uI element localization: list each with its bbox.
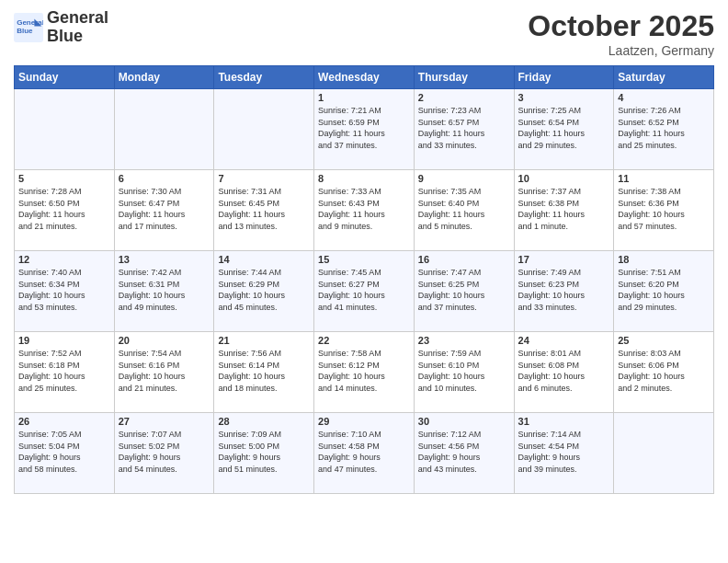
day-info: Sunrise: 7:54 AM Sunset: 6:16 PM Dayligh… [119,348,210,394]
day-info: Sunrise: 7:14 AM Sunset: 4:54 PM Dayligh… [518,429,610,475]
day-number: 30 [418,416,510,427]
day-number: 20 [119,335,210,346]
calendar-table: SundayMondayTuesdayWednesdayThursdayFrid… [14,65,714,494]
day-number: 18 [618,254,710,265]
day-number: 9 [418,173,510,184]
day-info: Sunrise: 7:25 AM Sunset: 6:54 PM Dayligh… [518,105,610,151]
day-cell: 14Sunrise: 7:44 AM Sunset: 6:29 PM Dayli… [214,251,314,332]
day-cell: 9Sunrise: 7:35 AM Sunset: 6:40 PM Daylig… [414,170,514,251]
week-row-2: 5Sunrise: 7:28 AM Sunset: 6:50 PM Daylig… [15,170,714,251]
day-info: Sunrise: 7:45 AM Sunset: 6:27 PM Dayligh… [318,267,410,313]
day-cell: 22Sunrise: 7:58 AM Sunset: 6:12 PM Dayli… [314,332,415,413]
day-header-sunday: Sunday [15,66,115,89]
day-cell: 11Sunrise: 7:38 AM Sunset: 6:36 PM Dayli… [614,170,714,251]
day-number: 27 [119,416,210,427]
day-header-wednesday: Wednesday [314,66,415,89]
week-row-4: 19Sunrise: 7:52 AM Sunset: 6:18 PM Dayli… [15,332,714,413]
day-info: Sunrise: 7:33 AM Sunset: 6:43 PM Dayligh… [318,186,410,232]
day-cell [114,89,214,170]
day-cell [214,89,314,170]
day-cell: 23Sunrise: 7:59 AM Sunset: 6:10 PM Dayli… [414,332,514,413]
logo-icon: General Blue [14,13,43,42]
page-container: General Blue General Blue October 2025 L… [0,0,728,503]
day-info: Sunrise: 7:59 AM Sunset: 6:10 PM Dayligh… [418,348,510,394]
day-number: 5 [18,173,110,184]
svg-text:Blue: Blue [17,27,33,35]
day-number: 15 [318,254,410,265]
day-cell [614,413,714,494]
day-info: Sunrise: 7:49 AM Sunset: 6:23 PM Dayligh… [518,267,610,313]
day-cell: 4Sunrise: 7:26 AM Sunset: 6:52 PM Daylig… [614,89,714,170]
day-number: 24 [518,335,610,346]
day-number: 29 [318,416,410,427]
day-number: 21 [218,335,310,346]
day-cell: 12Sunrise: 7:40 AM Sunset: 6:34 PM Dayli… [15,251,115,332]
day-cell: 31Sunrise: 7:14 AM Sunset: 4:54 PM Dayli… [514,413,614,494]
day-cell: 15Sunrise: 7:45 AM Sunset: 6:27 PM Dayli… [314,251,415,332]
day-cell: 16Sunrise: 7:47 AM Sunset: 6:25 PM Dayli… [414,251,514,332]
day-cell: 24Sunrise: 8:01 AM Sunset: 6:08 PM Dayli… [514,332,614,413]
day-cell: 20Sunrise: 7:54 AM Sunset: 6:16 PM Dayli… [114,332,214,413]
day-cell: 5Sunrise: 7:28 AM Sunset: 6:50 PM Daylig… [15,170,115,251]
logo-text-line1: General [47,9,108,28]
logo-text-line2: Blue [47,28,108,46]
header-row: SundayMondayTuesdayWednesdayThursdayFrid… [15,66,714,89]
day-info: Sunrise: 7:31 AM Sunset: 6:45 PM Dayligh… [218,186,310,232]
day-number: 28 [218,416,310,427]
day-cell: 25Sunrise: 8:03 AM Sunset: 6:06 PM Dayli… [614,332,714,413]
day-info: Sunrise: 7:40 AM Sunset: 6:34 PM Dayligh… [18,267,110,313]
header: General Blue General Blue October 2025 L… [14,9,714,58]
day-info: Sunrise: 7:26 AM Sunset: 6:52 PM Dayligh… [618,105,710,151]
day-info: Sunrise: 7:58 AM Sunset: 6:12 PM Dayligh… [318,348,410,394]
day-cell: 28Sunrise: 7:09 AM Sunset: 5:00 PM Dayli… [214,413,314,494]
day-number: 2 [418,92,510,103]
day-info: Sunrise: 7:12 AM Sunset: 4:56 PM Dayligh… [418,429,510,475]
day-info: Sunrise: 7:47 AM Sunset: 6:25 PM Dayligh… [418,267,510,313]
day-number: 7 [218,173,310,184]
day-number: 10 [518,173,610,184]
day-number: 22 [318,335,410,346]
day-number: 6 [119,173,210,184]
day-info: Sunrise: 7:07 AM Sunset: 5:02 PM Dayligh… [119,429,210,475]
day-info: Sunrise: 8:03 AM Sunset: 6:06 PM Dayligh… [618,348,710,394]
day-info: Sunrise: 7:21 AM Sunset: 6:59 PM Dayligh… [318,105,410,151]
day-info: Sunrise: 7:35 AM Sunset: 6:40 PM Dayligh… [418,186,510,232]
day-info: Sunrise: 7:52 AM Sunset: 6:18 PM Dayligh… [18,348,110,394]
day-info: Sunrise: 7:42 AM Sunset: 6:31 PM Dayligh… [119,267,210,313]
day-number: 8 [318,173,410,184]
day-number: 11 [618,173,710,184]
day-header-tuesday: Tuesday [214,66,314,89]
day-number: 31 [518,416,610,427]
day-header-friday: Friday [514,66,614,89]
location: Laatzen, Germany [528,43,714,58]
day-number: 17 [518,254,610,265]
day-number: 3 [518,92,610,103]
day-info: Sunrise: 7:38 AM Sunset: 6:36 PM Dayligh… [618,186,710,232]
day-header-saturday: Saturday [614,66,714,89]
month-title: October 2025 [528,9,714,43]
day-number: 12 [18,254,110,265]
day-info: Sunrise: 7:37 AM Sunset: 6:38 PM Dayligh… [518,186,610,232]
day-info: Sunrise: 8:01 AM Sunset: 6:08 PM Dayligh… [518,348,610,394]
day-cell: 1Sunrise: 7:21 AM Sunset: 6:59 PM Daylig… [314,89,415,170]
day-cell: 30Sunrise: 7:12 AM Sunset: 4:56 PM Dayli… [414,413,514,494]
week-row-3: 12Sunrise: 7:40 AM Sunset: 6:34 PM Dayli… [15,251,714,332]
day-info: Sunrise: 7:44 AM Sunset: 6:29 PM Dayligh… [218,267,310,313]
day-number: 13 [119,254,210,265]
day-number: 1 [318,92,410,103]
day-header-thursday: Thursday [414,66,514,89]
day-info: Sunrise: 7:56 AM Sunset: 6:14 PM Dayligh… [218,348,310,394]
title-block: October 2025 Laatzen, Germany [528,9,714,58]
day-cell: 27Sunrise: 7:07 AM Sunset: 5:02 PM Dayli… [114,413,214,494]
day-number: 25 [618,335,710,346]
week-row-5: 26Sunrise: 7:05 AM Sunset: 5:04 PM Dayli… [15,413,714,494]
day-info: Sunrise: 7:09 AM Sunset: 5:00 PM Dayligh… [218,429,310,475]
day-info: Sunrise: 7:23 AM Sunset: 6:57 PM Dayligh… [418,105,510,151]
day-cell: 7Sunrise: 7:31 AM Sunset: 6:45 PM Daylig… [214,170,314,251]
day-info: Sunrise: 7:51 AM Sunset: 6:20 PM Dayligh… [618,267,710,313]
day-cell [15,89,115,170]
day-header-monday: Monday [114,66,214,89]
day-cell: 8Sunrise: 7:33 AM Sunset: 6:43 PM Daylig… [314,170,415,251]
day-cell: 17Sunrise: 7:49 AM Sunset: 6:23 PM Dayli… [514,251,614,332]
day-info: Sunrise: 7:28 AM Sunset: 6:50 PM Dayligh… [18,186,110,232]
